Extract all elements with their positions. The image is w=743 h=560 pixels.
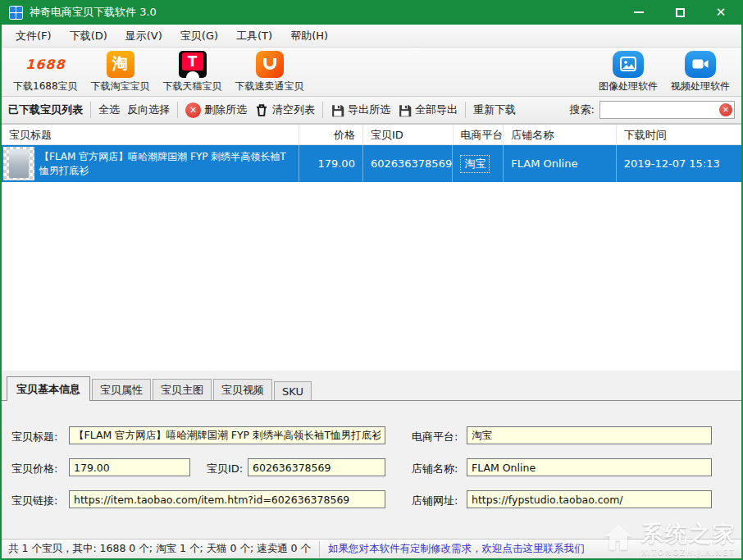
list-toolbar: 已下载宝贝列表 全选 反向选择 ✕ 删除所选 清空列表 导出所选 全部导出 重新… [2, 97, 741, 125]
menu-file[interactable]: 文件(F) [7, 25, 61, 47]
platform-field-label: 电商平台: [412, 430, 458, 444]
search-label: 搜索: [570, 102, 595, 117]
tab-sku[interactable]: SKU [274, 381, 312, 401]
price-field[interactable] [69, 458, 190, 476]
export-all-button[interactable]: 全部导出 [398, 102, 458, 117]
status-bar: 共 1 个宝贝，其中: 1688 0 个; 淘宝 1 个; 天猫 0 个; 速卖… [2, 539, 741, 558]
contact-us-link[interactable]: 如果您对本软件有定制修改需求，欢迎点击这里联系我们 [328, 542, 585, 556]
table-header: 宝贝标题 价格 宝贝ID 电商平台 店铺名称 下载时间 [2, 125, 741, 145]
shop-field-label: 店铺名称: [412, 462, 458, 476]
download-1688-button[interactable]: 1688 下载1688宝贝 [7, 49, 84, 95]
separator [319, 541, 320, 558]
price-field-label: 宝贝价格: [11, 462, 57, 476]
tab-video[interactable]: 宝贝视频 [213, 379, 272, 401]
column-header-shop[interactable]: 店铺名称 [504, 125, 616, 144]
image-software-button[interactable]: 图像处理软件 [592, 49, 664, 95]
close-button[interactable]: ✕ [700, 0, 741, 25]
minimize-icon [634, 11, 644, 13]
platform-field[interactable] [467, 426, 712, 444]
video-software-button[interactable]: 视频处理软件 [664, 49, 736, 95]
menu-view[interactable]: 显示(V) [116, 25, 171, 47]
shopurl-field-label: 店铺网址: [412, 494, 458, 508]
menu-download[interactable]: 下载(D) [61, 25, 116, 47]
app-icon [9, 6, 23, 20]
select-all-button[interactable]: 全选 [98, 102, 120, 117]
product-thumbnail [3, 147, 34, 180]
tmall-logo-icon: T [179, 51, 207, 78]
search-input[interactable] [599, 101, 735, 119]
row-id: 602636378569 [363, 145, 454, 182]
row-shop: FLAM Online [504, 145, 616, 182]
separator [90, 102, 91, 118]
row-title: 【FLAM 官方网店】嘻哈潮牌国潮 FYP 刺绣半高领长袖T恤男打底衫 [39, 150, 295, 176]
column-header-time[interactable]: 下载时间 [617, 125, 741, 144]
export-selected-button[interactable]: 导出所选 [330, 102, 390, 117]
tab-main-images[interactable]: 宝贝主图 [153, 379, 212, 401]
download-tmall-button[interactable]: T 下载天猫宝贝 [157, 49, 229, 95]
column-header-price[interactable]: 价格 [299, 125, 363, 144]
floppy-save-icon [398, 103, 412, 117]
title-field-label: 宝贝标题: [11, 430, 57, 444]
title-field[interactable] [69, 426, 385, 444]
menu-bar: 文件(F) 下载(D) 显示(V) 宝贝(G) 工具(T) 帮助(H) [2, 25, 741, 48]
clear-list-button[interactable]: 清空列表 [254, 102, 315, 118]
app-window: 神奇电商宝贝下载软件 3.0 ✕ 文件(F) 下载(D) 显示(V) 宝贝(G)… [0, 0, 743, 560]
link-field-label: 宝贝链接: [11, 494, 57, 508]
shop-field[interactable] [467, 458, 712, 476]
id-field-label: 宝贝ID: [207, 462, 243, 476]
main-toolbar: 1688 下载1688宝贝 淘 下载淘宝宝贝 T 下载天猫宝贝 下载速卖通宝贝 … [2, 48, 741, 97]
invert-select-button[interactable]: 反向选择 [127, 102, 170, 117]
column-header-title[interactable]: 宝贝标题 [2, 125, 299, 144]
list-caption: 已下载宝贝列表 [8, 102, 83, 117]
separator [465, 102, 466, 118]
maximize-button[interactable] [659, 0, 700, 25]
aliexpress-logo-icon [256, 51, 284, 78]
menu-help[interactable]: 帮助(H) [281, 25, 337, 47]
redownload-button[interactable]: 重新下载 [473, 102, 516, 117]
row-time: 2019-12-07 15:13 [617, 145, 741, 182]
row-platform: 淘宝 [460, 155, 490, 173]
image-icon [613, 51, 644, 78]
tab-basic-info[interactable]: 宝贝基本信息 [7, 376, 90, 401]
window-title: 神奇电商宝贝下载软件 3.0 [30, 5, 157, 20]
status-summary: 共 1 个宝贝，其中: 1688 0 个; 淘宝 1 个; 天猫 0 个; 速卖… [8, 542, 311, 556]
video-camera-icon [685, 51, 716, 78]
row-price: 179.00 [299, 145, 363, 182]
separator [177, 102, 178, 118]
downloaded-items-table: 宝贝标题 价格 宝贝ID 电商平台 店铺名称 下载时间 【FLAM 官方网店】嘻… [2, 125, 741, 371]
separator [322, 102, 323, 118]
id-field[interactable] [248, 458, 385, 476]
download-taobao-button[interactable]: 淘 下载淘宝宝贝 [84, 49, 157, 95]
delete-selected-button[interactable]: ✕ 删除所选 [185, 102, 247, 118]
shopurl-field[interactable] [467, 490, 712, 508]
title-bar: 神奇电商宝贝下载软件 3.0 ✕ [2, 0, 741, 25]
menu-item-goods[interactable]: 宝贝(G) [171, 25, 227, 47]
detail-tabs: 宝贝基本信息 宝贝属性 宝贝主图 宝贝视频 SKU [2, 371, 741, 400]
column-header-platform[interactable]: 电商平台 [454, 125, 504, 144]
tab-attributes[interactable]: 宝贝属性 [92, 379, 151, 401]
1688-logo-icon: 1688 [25, 51, 66, 78]
taobao-logo-icon: 淘 [107, 51, 134, 78]
search-group: 搜索: ✕ [570, 101, 735, 119]
basic-info-panel: 宝贝标题: 宝贝价格: 宝贝ID: 宝贝链接: 电商平台: 店铺名称: 店铺网址… [2, 400, 741, 539]
table-row[interactable]: 【FLAM 官方网店】嘻哈潮牌国潮 FYP 刺绣半高领长袖T恤男打底衫 179.… [2, 145, 741, 182]
minimize-button[interactable] [618, 0, 659, 25]
trash-icon [254, 102, 269, 118]
link-field[interactable] [69, 490, 385, 508]
column-header-id[interactable]: 宝贝ID [363, 125, 454, 144]
floppy-save-icon [330, 103, 344, 117]
menu-tools[interactable]: 工具(T) [227, 25, 281, 47]
close-icon: ✕ [716, 7, 727, 19]
table-empty-area [2, 182, 741, 371]
clear-search-icon[interactable]: ✕ [719, 103, 732, 116]
maximize-icon [676, 8, 685, 17]
download-aliexpress-button[interactable]: 下载速卖通宝贝 [229, 49, 311, 95]
delete-icon: ✕ [185, 102, 201, 118]
